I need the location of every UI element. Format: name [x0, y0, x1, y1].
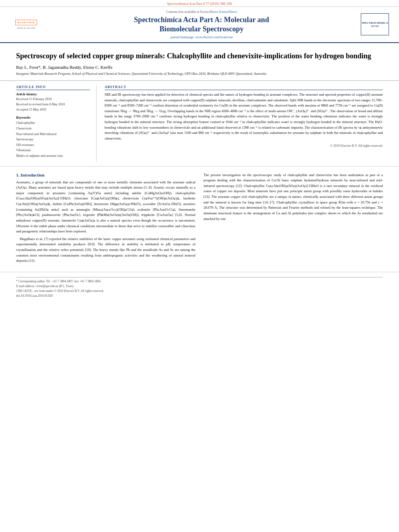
abstract-text: NIR and IR spectroscopy has been applied…: [105, 92, 383, 142]
keywords-section: Keywords: ChalcophylliteChenevixiteNear-…: [16, 115, 90, 158]
keyword-item: Near-infrared and Mid-infrared: [16, 131, 90, 137]
body-text-left: Arsenates, a group of minerals that are …: [16, 180, 195, 264]
article-footer: * Corresponding author. Tel.: +61 7 3864…: [0, 272, 399, 302]
journal-title-area: Contents lists available at ScienceDirec…: [49, 10, 354, 39]
elsevier-tagline: REED ELSEVIER: [17, 27, 35, 29]
elsevier-logo-area: ELSEVIER REED ELSEVIER: [8, 20, 44, 29]
abstract-area: ABSTRACT NIR and IR spectroscopy has bee…: [105, 85, 383, 162]
article-affiliation: Inorganic Materials Research Program, Sc…: [16, 72, 383, 76]
body-paragraph: The present investigation on the spectro…: [204, 173, 383, 222]
article-title: Spectroscopy of selected copper group mi…: [16, 51, 383, 61]
body-paragraph: Magalhaes et al. [7] reported the relati…: [16, 236, 195, 264]
keyword-item: OH overtones: [16, 142, 90, 148]
journal-logo-text: SPECTROCHIMICAACTA: [362, 21, 388, 28]
journal-header: ELSEVIER REED ELSEVIER Contents lists av…: [0, 7, 399, 43]
keywords-list: ChalcophylliteChenevixiteNear-infrared a…: [16, 120, 90, 158]
footer-note: * Corresponding author. Tel.: +61 7 3864…: [16, 277, 383, 298]
journal-logo-right: SPECTROCHIMICAACTA: [359, 13, 391, 35]
keyword-item: Chenevixite: [16, 126, 90, 131]
article-info-label: ARTICLE INFO: [16, 85, 90, 90]
article-info-area: ARTICLE INFO Article history: Received 1…: [0, 81, 399, 166]
elsevier-wordmark: ELSEVIER: [17, 21, 35, 24]
issn-note: 1386-1425/$ – see front matter © 2010 El…: [16, 289, 383, 294]
body-col-left: 1. Introduction Arsenates, a group of mi…: [16, 173, 195, 266]
sciencedirect-line: Contents lists available at ScienceDirec…: [49, 10, 354, 14]
body-text-right: The present investigation on the spectro…: [204, 173, 383, 222]
body-paragraph: Arsenates, a group of minerals that are …: [16, 180, 195, 234]
keyword-item: Spectroscopy: [16, 137, 90, 142]
keyword-item: Modes of sulphate and arsenate ions: [16, 153, 90, 159]
journal-citation: Spectrochimica Acta Part A 77 (2010) 388…: [167, 2, 232, 6]
article-info-left: ARTICLE INFO Article history: Received 1…: [16, 85, 97, 162]
history-label: Article history:: [16, 92, 90, 96]
journal-logo-box: SPECTROCHIMICAACTA: [361, 13, 389, 35]
abstract-label: ABSTRACT: [105, 85, 383, 90]
history-dates: Received 11 February 2010 Received in re…: [16, 97, 90, 112]
section1-heading: 1. Introduction: [16, 173, 195, 177]
journal-homepage: journal homepage: www.elsevier.com/locat…: [49, 35, 354, 39]
keywords-label: Keywords:: [16, 115, 90, 119]
article-authors: Ray L. Frost*, B. Jagannadha Reddy, Eloi…: [16, 65, 383, 70]
email-note: E-mail address: r.frost@qut.edu.au (R.L.…: [16, 284, 383, 289]
journal-title: Spectrochimica Acta Part A: Molecular an…: [49, 15, 354, 34]
top-bar: Spectrochimica Acta Part A 77 (2010) 388…: [0, 0, 399, 7]
corresponding-note: * Corresponding author. Tel.: +61 7 3864…: [16, 279, 383, 284]
keyword-item: Vibrational: [16, 148, 90, 153]
copyright-line: © 2010 Elsevier B.V. All rights reserved…: [105, 144, 383, 148]
article-history: Article history: Received 11 February 20…: [16, 92, 90, 112]
body-col-right: The present investigation on the spectro…: [204, 173, 383, 266]
keyword-item: Chalcophyllite: [16, 120, 90, 126]
body-content: 1. Introduction Arsenates, a group of mi…: [0, 166, 399, 272]
doi-note: doi:10.1016/j.saa.2010.05.020: [16, 294, 383, 298]
article-title-area: Spectroscopy of selected copper group mi…: [0, 43, 399, 81]
